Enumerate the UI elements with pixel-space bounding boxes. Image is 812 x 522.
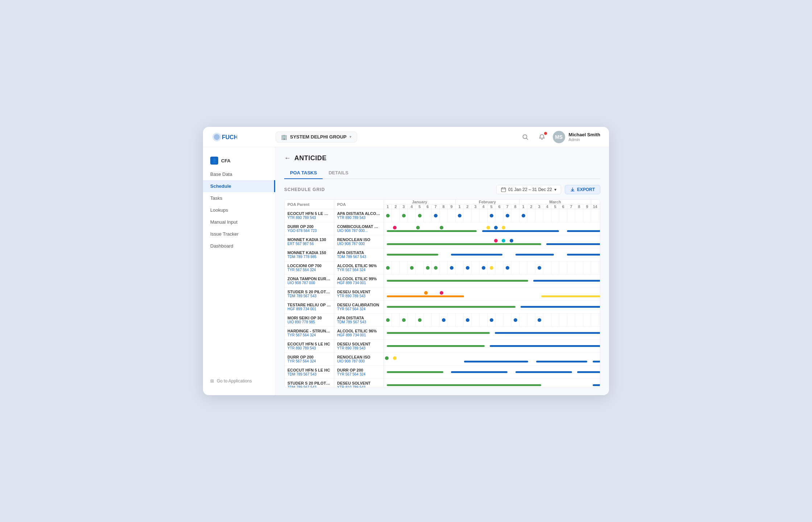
sidebar-item-base-data[interactable]: Base Data [203,168,275,180]
export-label: EXPORT [577,187,595,192]
chevron-down-icon: ▾ [349,134,352,139]
table-row: ZONA TAMPON EURO 7UIO 908 787 000ALCOOL … [285,274,600,287]
day-cell-8-1 [392,314,400,327]
day-cell-4-12 [480,261,488,274]
day-cell-0-6 [432,209,440,222]
day-cell-4-7 [440,261,448,274]
table-row: HARDINGE - STRUNJIRETYR 567 564 324ALCOO… [285,327,600,340]
day-cell-0-11 [472,209,480,222]
sidebar-footer-label: Go to Applications [217,378,252,384]
sidebar-item-manual-input[interactable]: Manual Input [203,216,275,228]
day-cell-4-18 [527,261,535,274]
search-button[interactable] [519,131,531,143]
cell-poa-parent-12: ECOCUT HFN 5 LE HCTDM 789 567 543 [285,366,334,379]
table-row: ECOCUT HFN 5 LE HCYTR 890 789 543DESEU S… [285,340,600,353]
day-cell-0-0 [384,209,392,222]
cell-poa-11: RENOCLEAN ISOUIO 908 787 000 [334,353,384,366]
day-cell-4-1 [392,261,400,274]
day-header-17: 1 [519,204,527,209]
day-cell-4-9 [456,261,464,274]
month-header-february: February [456,200,519,204]
day-header-26: 14 [591,204,599,209]
day-cell-0-20 [543,209,551,222]
export-button[interactable]: EXPORT [565,185,600,194]
month-header-january: January [384,200,456,204]
main-layout: 👤 CFA Base Data Schedule Tasks Lookups M… [203,147,609,395]
day-cell-4-27 [599,261,601,274]
cell-poa-8: APA DISTIATATDM 789 567 543 [334,314,384,327]
page-title: ANTICIDE [294,154,327,162]
sidebar-item-schedule[interactable]: Schedule [203,180,275,192]
notification-dot [544,132,547,135]
sidebar-item-tasks[interactable]: Tasks [203,192,275,204]
day-cell-0-9 [456,209,464,222]
day-cell-4-5 [424,261,432,274]
go-to-applications-button[interactable]: ⊞ Go to Applications [203,374,275,388]
day-header-11: 3 [472,204,480,209]
svg-point-1 [214,134,220,140]
day-cell-8-20 [543,314,551,327]
gantt-container[interactable]: POA Parent POA January February March Ma… [284,199,600,388]
cell-poa-parent-4: LOCCIONI OP 700TYR 567 564 324 [285,261,334,274]
system-selector[interactable]: 🏢 SYSTEM DELPHI GROUP ▾ [276,132,357,142]
day-cell-8-15 [504,314,511,327]
schedule-header: SCHEDULE GRID 01 Jan 22 – 31 Dec 22 ▾ [284,185,600,194]
table-row: DURR OP 200YGO 678 564 723COMBICOULOMAT … [285,222,600,235]
logo-area: FUCHS [212,130,270,144]
table-row: ECOCUT HFN 5 LE HCHYTR 890 789 543APA DI… [285,209,600,222]
cell-poa-2: RENOCLEAN ISOUIO 908 787 000 [334,235,384,248]
cell-poa-parent-6: STUDER S 20 PILOT LINETDM 789 567 543 [285,287,334,301]
cell-poa-parent-13: STUDER S 20 PILOT LINETDM 789 567 543 [285,379,334,388]
sidebar-item-issue-tracker[interactable]: Issue Tracker [203,228,275,240]
table-row: TESTARE HELIU OP 600HGF 899 734 001DESEU… [285,301,600,314]
day-header-15: 7 [504,204,511,209]
day-cell-4-13 [488,261,496,274]
bar-cell-mixed-11 [384,353,601,366]
table-row: DURR OP 200TYR 567 564 324RENOCLEAN ISOU… [285,353,600,366]
day-cell-4-0 [384,261,392,274]
day-header-9: 1 [456,204,464,209]
day-cell-0-27 [599,209,601,222]
day-cell-8-13 [488,314,496,327]
day-header-8: 9 [448,204,456,209]
date-range-selector[interactable]: 01 Jan 22 – 31 Dec 22 ▾ [496,185,561,194]
day-cell-8-18 [527,314,535,327]
day-header-22: 6 [559,204,567,209]
sidebar-item-dashboard[interactable]: Dashboard [203,240,275,252]
day-cell-8-19 [535,314,543,327]
bar-cell-mixed-2 [384,235,601,248]
day-cell-8-22 [559,314,567,327]
notification-wrapper [536,131,548,143]
day-cell-4-23 [567,261,575,274]
cfa-icon: 👤 [210,157,218,165]
cell-poa-5: ALCOOL ETILIC 99%HGF 899 734 001 [334,274,384,287]
day-header-27: 15 [599,204,601,209]
user-area[interactable]: MS Michael Smith Admin [553,131,600,143]
day-header-6: 7 [432,204,440,209]
system-label: SYSTEM DELPHI GROUP [290,134,347,140]
cell-poa-parent-10: ECOCUT HFN 5 LE HCYTR 890 789 543 [285,340,334,353]
day-cell-0-23 [567,209,575,222]
cell-poa-7: DESEU CALIBRATIONTYR 567 564 324 [334,301,384,314]
day-header-12: 4 [480,204,488,209]
schedule-actions: 01 Jan 22 – 31 Dec 22 ▾ EXPORT [496,185,600,194]
day-cell-4-22 [559,261,567,274]
day-cell-8-24 [575,314,583,327]
day-cell-8-14 [496,314,504,327]
back-button[interactable]: ← [284,154,291,162]
day-cell-0-13 [488,209,496,222]
day-cell-4-24 [575,261,583,274]
day-cell-0-24 [575,209,583,222]
day-cell-4-11 [472,261,480,274]
day-header-0: 1 [384,204,392,209]
day-cell-8-3 [408,314,416,327]
sidebar-item-lookups[interactable]: Lookups [203,204,275,216]
calendar-icon [501,187,506,192]
cell-poa-parent-8: MORI SEIKI OP 30UIO 890 778 985 [285,314,334,327]
cell-poa-parent-1: DURR OP 200YGO 678 564 723 [285,222,334,235]
tabs: POA TASKS DETAILS [284,167,600,179]
day-cell-4-15 [504,261,511,274]
tab-details[interactable]: DETAILS [323,167,354,179]
sidebar-section-header: 👤 CFA [203,154,275,168]
tab-poa-tasks[interactable]: POA TASKS [284,167,323,179]
